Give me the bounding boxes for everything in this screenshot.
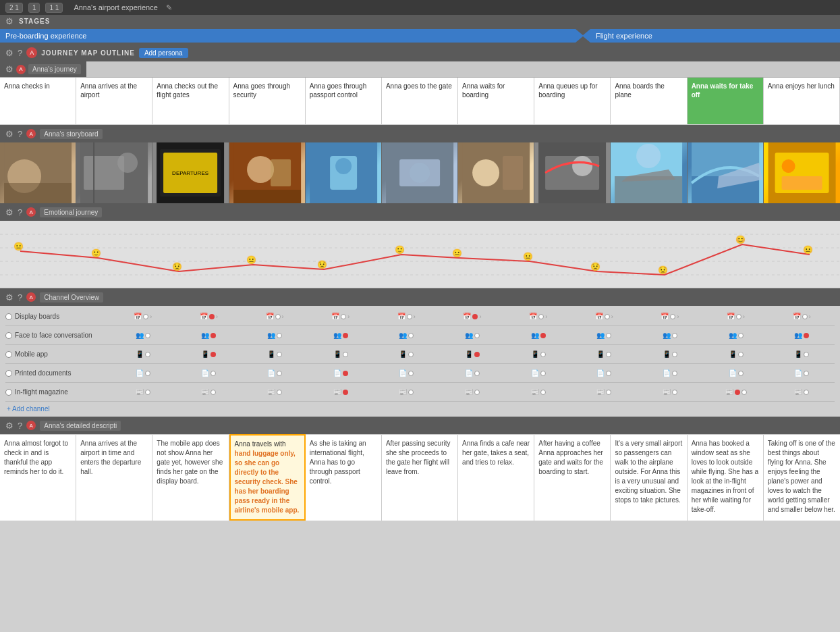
desc-cell-5[interactable]: After passing security she she proceeds …	[382, 434, 458, 521]
storyboard-cell-4[interactable]	[306, 142, 382, 203]
journey-cell-8[interactable]: Anna boards the plane	[611, 78, 687, 125]
emotional-settings-icon[interactable]: ⚙	[5, 207, 13, 217]
radio-printed[interactable]	[5, 370, 12, 377]
svg-point-12	[247, 156, 274, 183]
storyboard-cell-2[interactable]: DEPARTURES	[152, 142, 229, 203]
arrow-icon-1: ›	[216, 313, 218, 320]
desc-persona-icon: A	[26, 421, 36, 430]
settings-icon-2[interactable]: ⚙	[5, 48, 13, 58]
storyboard-cell-8[interactable]	[611, 142, 687, 203]
pd-cell-4: 📄	[374, 368, 440, 378]
desc-cell-10[interactable]: Taking off is one of the best things abo…	[764, 434, 840, 521]
channel-printed-label: Printed documents	[5, 369, 110, 377]
radio-face[interactable]	[5, 332, 12, 339]
desc-cell-8[interactable]: It's a very small airport so passengers …	[611, 434, 687, 521]
emotional-chart: 😐 🙂 😟 😐 😟 🙂 😐 😐 😟 😟 😊 😐	[0, 221, 840, 288]
storyboard-settings-icon[interactable]: ⚙	[5, 129, 13, 139]
radio-magazine[interactable]	[5, 389, 12, 396]
layout-btn-2[interactable]: 1	[28, 3, 40, 13]
mob-cell-4: 📱	[374, 349, 440, 359]
desc-cell-3-highlighted[interactable]: Anna travels with hand luggage only, so …	[229, 434, 306, 521]
db-cell-4: 📅›	[374, 311, 440, 321]
cell-title-7: Anna queues up for boarding	[538, 82, 597, 99]
edit-icon[interactable]: ✎	[166, 3, 172, 12]
svg-text:DEPARTURES: DEPARTURES	[172, 170, 208, 176]
mob-cell-0: 📱	[110, 349, 176, 359]
desc-help-icon[interactable]: ?	[18, 421, 22, 431]
svg-rect-13	[233, 190, 301, 203]
cell-title-2: Anna checks out the flight gates	[157, 82, 218, 99]
storyboard-cell-6[interactable]	[458, 142, 534, 203]
desc-settings-icon[interactable]: ⚙	[5, 421, 13, 431]
journey-cell-5[interactable]: Anna goes to the gate	[382, 78, 458, 125]
svg-rect-14	[271, 159, 291, 186]
journey-cell-10[interactable]: Anna enjoys her lunch	[764, 78, 840, 125]
channel-face-label: Face to face conversation	[5, 332, 110, 339]
pd-cell-5: 📄	[439, 368, 505, 378]
storyboard-help-icon[interactable]: ?	[18, 129, 22, 139]
desc-cell-1[interactable]: Anna arrives at the airport in time and …	[76, 434, 152, 521]
channel-help-icon[interactable]: ?	[18, 292, 22, 302]
channel-settings-icon[interactable]: ⚙	[5, 292, 13, 302]
emotional-header: ⚙ ? A Emotional journey	[0, 203, 840, 221]
desc-cell-9[interactable]: Anna has booked a window seat as she lov…	[688, 434, 764, 521]
storyboard-cell-1[interactable]	[76, 142, 152, 203]
desc-cell-2[interactable]: The mobile app does not show Anna her ga…	[152, 434, 229, 521]
ftf-cell-7: 👥	[571, 330, 637, 340]
journey-cell-3[interactable]: Anna goes through security	[229, 78, 306, 125]
pd-cell-9: 📄	[703, 368, 769, 378]
journey-cell-1[interactable]: Anna arrives at the airport	[76, 78, 152, 125]
mob-cell-9: 📱	[703, 349, 769, 359]
mob-cell-7: 📱	[571, 349, 637, 359]
mag-cell-4: 📰	[374, 387, 440, 397]
channel-header: ⚙ ? A Channel Overview	[0, 288, 840, 306]
storyboard-cell-0[interactable]	[0, 142, 76, 203]
pre-boarding-stage[interactable]: Pre-boarding experience	[0, 29, 584, 43]
journey-map-grid: Anna checks in Anna arrives at the airpo…	[0, 78, 840, 125]
radio-display-boards[interactable]	[5, 313, 12, 320]
journey-cell-6[interactable]: Anna waits for boarding	[458, 78, 534, 125]
add-channel-button[interactable]: + Add channel	[7, 405, 50, 413]
storyboard-cell-9[interactable]	[688, 142, 764, 203]
emotional-help-icon[interactable]: ?	[18, 207, 22, 217]
mag-cell-9: 📰	[703, 387, 769, 397]
journey-cell-0[interactable]: Anna checks in	[0, 78, 76, 125]
journey-cell-4[interactable]: Anna goes through passport control	[306, 78, 382, 125]
journey-cell-9-highlighted[interactable]: Anna waits for take off	[688, 78, 764, 125]
svg-text:😊: 😊	[735, 234, 746, 244]
desc-cell-7[interactable]: After having a coffee Anna approaches he…	[534, 434, 611, 521]
storyboard-cell-5[interactable]	[382, 142, 458, 203]
pd-cell-3: 📄	[308, 368, 374, 378]
flight-stage[interactable]: Flight experience	[582, 29, 840, 43]
journey-cell-2[interactable]: Anna checks out the flight gates	[152, 78, 229, 125]
document-title: Anna's airport experience	[74, 3, 157, 11]
channel-display-boards-row: Display boards 📅› 📅› 📅› 📅› 📅› 📅› 📅› 📅› 📅…	[5, 307, 835, 326]
mob-cell-8: 📱	[637, 349, 703, 359]
desc-cell-6[interactable]: Anna finds a cafe near her gate, takes a…	[458, 434, 534, 521]
add-persona-button[interactable]: Add persona	[139, 48, 188, 58]
cell-title-8: Anna boards the plane	[615, 82, 664, 99]
desc-cell-4[interactable]: As she is taking an international flight…	[306, 434, 382, 521]
svg-text:😐: 😐	[13, 241, 24, 251]
top-bar: 2 1 1 1 1 Anna's airport experience ✎	[0, 0, 840, 15]
storyboard-cell-3[interactable]	[229, 142, 306, 203]
storyboard-label: Anna's storyboard	[40, 129, 102, 139]
description-grid: Anna almost forgot to check in and is th…	[0, 434, 840, 521]
db-cell-1: 📅›	[176, 311, 242, 321]
desc-cell-0[interactable]: Anna almost forgot to check in and is th…	[0, 434, 76, 521]
stage-pills: Pre-boarding experience Flight experienc…	[0, 28, 840, 44]
mag-cell-7: 📰	[571, 387, 637, 397]
cell-title-4: Anna goes through passport control	[310, 82, 367, 99]
storyboard-cell-7[interactable]	[534, 142, 611, 203]
layout-btn-1[interactable]: 2 1	[5, 3, 23, 13]
dot-empty	[143, 314, 148, 319]
journey-cell-7[interactable]: Anna queues up for boarding	[534, 78, 611, 125]
mag-cell-8: 📰	[637, 387, 703, 397]
layout-btn-3[interactable]: 1 1	[45, 3, 63, 13]
settings-icon[interactable]: ⚙	[5, 16, 13, 26]
svg-point-34	[781, 159, 795, 173]
storyboard-cell-10[interactable]	[764, 142, 840, 203]
help-icon[interactable]: ?	[18, 48, 22, 58]
persona-settings[interactable]: ⚙	[5, 64, 13, 74]
radio-mobile[interactable]	[5, 351, 12, 358]
